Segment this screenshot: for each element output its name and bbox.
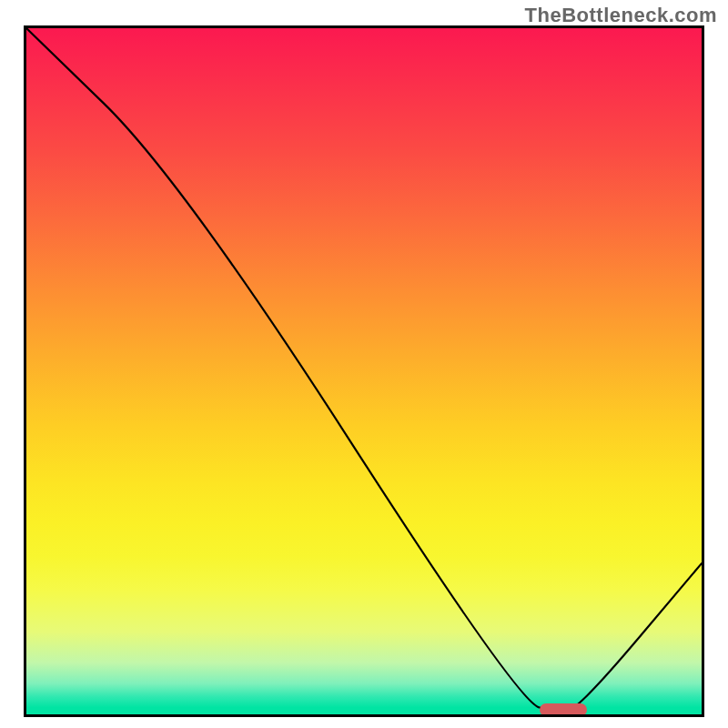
optimal-range-marker (540, 703, 587, 716)
chart-container: TheBottleneck.com (0, 0, 728, 728)
plot-area (24, 25, 704, 717)
watermark-text: TheBottleneck.com (525, 4, 717, 27)
bottleneck-curve (26, 28, 702, 714)
